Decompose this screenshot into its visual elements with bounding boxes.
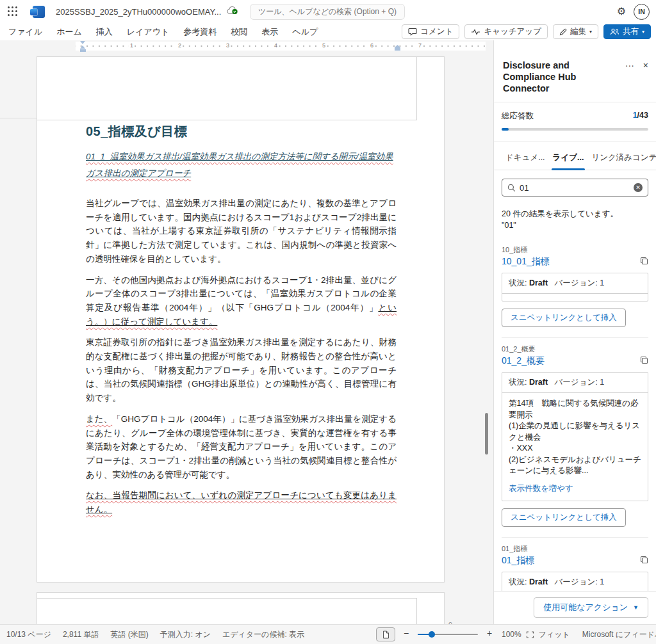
result-item: 01_指標 01_指標 状況: Draft バージョン: 1 第32項 目的達成… <box>502 538 648 592</box>
version-value: バージョン: 1 <box>555 278 605 287</box>
result-category: 01_2_概要 <box>502 344 648 354</box>
show-more-link[interactable]: 表示件数を増やす <box>502 478 648 501</box>
tab-library[interactable]: ライブ... <box>549 147 588 170</box>
status-label: 状況: <box>509 278 527 287</box>
menu-file[interactable]: ファイル <box>8 26 42 38</box>
result-link[interactable]: 01_2_概要 <box>502 355 545 367</box>
copy-icon[interactable] <box>640 355 648 367</box>
document-scrollbar[interactable] <box>485 413 488 455</box>
result-category: 10_指標 <box>502 245 648 255</box>
ruler-number: 7 <box>417 42 423 49</box>
pulse-icon <box>471 29 480 35</box>
chevron-down-icon: ▾ <box>589 29 592 35</box>
document-page[interactable]: 05_指標及び目標 01_1_温室効果ガス排出/温室効果ガス排出の測定方法等に関… <box>37 56 445 583</box>
document-page-next[interactable] <box>37 592 445 624</box>
copy-icon[interactable] <box>640 256 648 268</box>
gutter-line <box>0 118 37 118</box>
progress-current: 1 <box>633 111 637 120</box>
result-link[interactable]: 01_指標 <box>502 555 534 567</box>
results-count: 20 件の結果を表示しています。 <box>502 208 648 220</box>
status-bar: 10/13 ページ 2,811 単語 英語 (米国) 予測入力: オン エディタ… <box>0 624 656 644</box>
copy-icon[interactable] <box>640 555 648 567</box>
progress-total: /43 <box>637 111 648 120</box>
close-icon[interactable]: × <box>643 60 648 70</box>
gear-icon[interactable]: ⚙ <box>617 6 626 17</box>
zoom-level[interactable]: 100% <box>502 630 521 639</box>
insert-snippet-link-button[interactable]: スニペットリンクとして挿入 <box>502 309 626 327</box>
result-link[interactable]: 10_01_指標 <box>502 256 550 268</box>
fit-icon[interactable] <box>526 631 534 638</box>
ruler: 1 2 3 4 5 6 7 <box>0 40 493 52</box>
document-canvas[interactable]: 05_指標及び目標 01_1_温室効果ガス排出/温室効果ガス排出の測定方法等に関… <box>0 52 493 624</box>
people-icon <box>610 28 619 35</box>
paragraph: 当社グループでは、温室効果ガス排出量の測定にあたり、複数の基準とアプローチを適用… <box>86 197 397 266</box>
menu-layout[interactable]: レイアウト <box>127 26 170 38</box>
editor-suggestions-status[interactable]: エディターの候補: 表示 <box>222 629 304 640</box>
paragraph: 東京証券取引所の指針に基づき温室効果ガス排出量を測定するにあたり、財務的な支配権… <box>86 335 397 405</box>
tab-documents[interactable]: ドキュメ... <box>502 147 549 170</box>
zoom-in-button[interactable]: + <box>487 628 492 638</box>
zoom-slider[interactable] <box>418 634 478 635</box>
document-heading: 05_指標及び目標 <box>86 123 397 140</box>
version-value: バージョン: 1 <box>555 577 605 586</box>
menu-help[interactable]: ヘルプ <box>292 26 318 38</box>
cloud-saved-icon <box>227 6 238 17</box>
word-count[interactable]: 2,811 単語 <box>63 629 99 640</box>
chevron-down-icon: ▾ <box>642 29 644 35</box>
clear-search-icon[interactable]: ✕ <box>634 183 643 192</box>
menu-home[interactable]: ホーム <box>56 26 82 38</box>
comments-button[interactable]: コメント <box>402 24 459 39</box>
comment-icon <box>408 28 417 36</box>
insert-snippet-link-button[interactable]: スニペットリンクとして挿入 <box>502 508 626 527</box>
avatar[interactable]: IN <box>634 4 650 20</box>
page-indicator[interactable]: 10/13 ページ <box>6 629 51 640</box>
word-logo-icon[interactable] <box>33 6 45 18</box>
menu-insert[interactable]: 挿入 <box>96 26 113 38</box>
fit-label[interactable]: フィット <box>539 629 570 640</box>
total-responses-label: 総応答数 <box>502 111 534 122</box>
feedback-link[interactable]: Microsoft にフィードバックを送信 <box>582 629 656 640</box>
version-value: バージョン: 1 <box>555 378 605 387</box>
zoom-out-button[interactable]: − <box>404 628 409 638</box>
edit-mode-button[interactable]: 編集 ▾ <box>553 24 598 39</box>
word-online-app: 2025SSBJ_2025_2yTHu000000woOEMAY... ツール、… <box>0 0 656 644</box>
result-card: 状況: Draft バージョン: 1 <box>502 273 648 302</box>
document-title[interactable]: 2025SSBJ_2025_2yTHu000000woOEMAY... <box>56 7 221 17</box>
catch-up-button[interactable]: キャッチアップ <box>464 24 548 39</box>
text-prediction-status[interactable]: 予測入力: オン <box>160 629 211 640</box>
header-text-boundary <box>37 598 417 624</box>
results-query: "01" <box>502 220 648 231</box>
panel-tabs: ドキュメ... ライブ... リンク済みコンテ... <box>494 147 656 170</box>
zoom-slider-thumb[interactable] <box>429 631 435 638</box>
ruler-number: 2 <box>177 42 183 49</box>
paragraph: また、「GHGプロトコル（2004年）」に基づき温室効果ガス排出量を測定するにあ… <box>86 412 397 482</box>
paragraph: なお、当報告期間において、いずれの測定アプローチについても変更はありません。 <box>86 488 397 516</box>
app-launcher-icon[interactable] <box>8 6 18 17</box>
tab-linked-content[interactable]: リンク済みコンテ... <box>587 147 656 170</box>
ruler-band: 1 2 3 4 5 6 7 <box>76 42 486 51</box>
result-snippet <box>502 294 648 301</box>
panel-search-input[interactable]: 01 ✕ <box>502 179 648 197</box>
title-bar: 2025SSBJ_2025_2yTHu000000woOEMAY... ツール、… <box>0 0 656 23</box>
more-options-icon[interactable]: ··· <box>625 60 634 70</box>
paragraph: 一方、その他国内拠点および海外拠点におけるスコープ1・2排出量、並びにグループ全… <box>86 273 397 329</box>
search-input[interactable]: ツール、ヘルプなどの検索 (Option + Q) <box>250 4 405 20</box>
pencil-icon <box>559 28 567 36</box>
panel-title: Disclosure and Compliance Hub Connector <box>503 60 617 94</box>
share-button[interactable]: 共有 ▾ <box>603 24 651 39</box>
page-content[interactable]: 05_指標及び目標 01_1_温室効果ガス排出/温室効果ガス排出の測定方法等に関… <box>86 123 397 524</box>
menu-view[interactable]: 表示 <box>261 26 278 38</box>
ruler-number: 1 <box>129 42 135 49</box>
available-actions-button[interactable]: 使用可能なアクション ▼ <box>534 597 648 618</box>
status-value: Draft <box>529 278 548 287</box>
header-text-boundary <box>37 57 417 120</box>
menu-review[interactable]: 校閲 <box>231 26 247 38</box>
progress-bar <box>502 128 648 131</box>
page-view-button[interactable] <box>376 627 395 641</box>
status-label: 状況: <box>509 577 527 586</box>
menu-references[interactable]: 参考資料 <box>183 26 217 38</box>
ruler-number: 5 <box>321 42 327 49</box>
language-indicator[interactable]: 英語 (米国) <box>110 629 148 640</box>
status-value: Draft <box>529 577 548 586</box>
indent-marker-left[interactable] <box>80 41 86 51</box>
